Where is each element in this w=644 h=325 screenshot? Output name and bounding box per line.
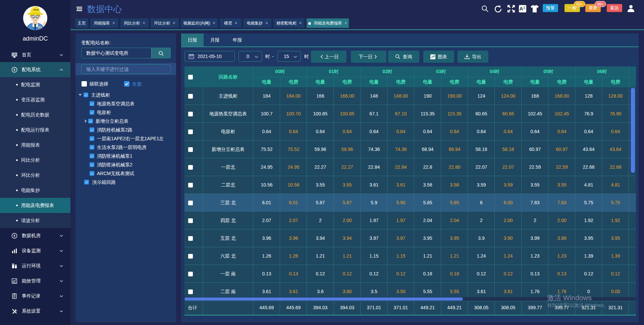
svg-text:文: 文 — [523, 6, 526, 9]
svg-text:Acrel: Acrel — [34, 9, 39, 11]
